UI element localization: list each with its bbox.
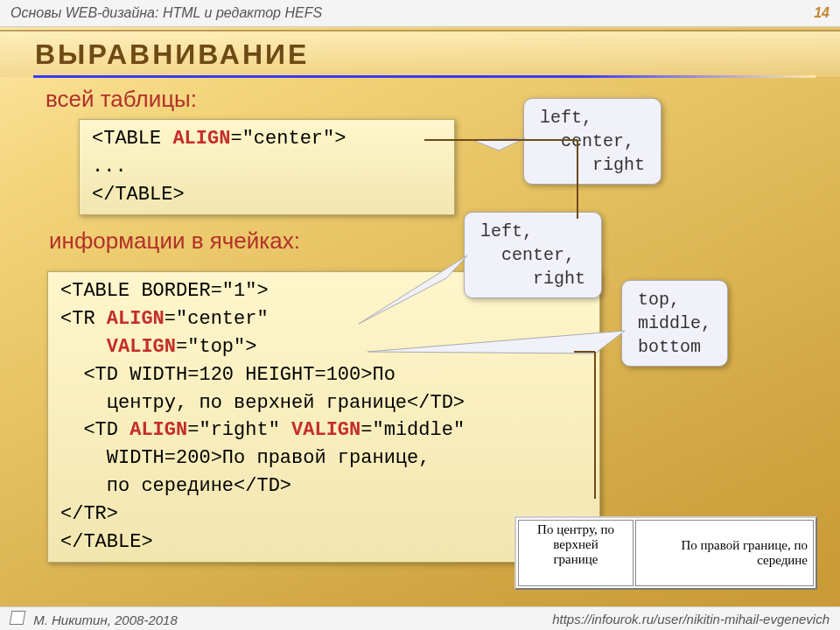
callout-align-cell: left, center, right (464, 212, 602, 298)
code-text: </TR> (60, 503, 118, 525)
code-text: WIDTH=200>По правой границе, (60, 447, 430, 469)
code-text: ="top"> (176, 336, 256, 358)
footer-url: https://infourok.ru/user/nikitin-mihail-… (552, 612, 830, 626)
code-keyword: VALIGN (107, 336, 176, 358)
code-keyword: ALIGN (107, 308, 164, 330)
page-number: 14 (814, 5, 830, 21)
slide: Основы WEB-дизайна: HTML и редактор HEFS… (0, 0, 840, 630)
code-text: <TABLE (92, 128, 172, 150)
footer-author: М. Никитин, 2008-2018 (10, 611, 178, 627)
code-text (60, 336, 107, 358)
doc-icon (10, 611, 26, 625)
code-text: </TABLE> (92, 184, 185, 206)
code-block-1: <TABLE ALIGN="center"> ... </TABLE> (79, 119, 455, 215)
code-text: <TD (60, 419, 130, 441)
footer-bar: М. Никитин, 2008-2018 https://infourok.r… (0, 606, 840, 630)
callout-align-table: left, center, right (523, 98, 662, 185)
demo-cell-1: По центру, по верхней границе (518, 520, 634, 586)
code-text: ="center"> (230, 128, 346, 150)
code-text: центру, по верхней границе</TD> (60, 392, 465, 414)
code-keyword: ALIGN (130, 419, 187, 441)
code-text: <TR (60, 308, 107, 330)
subtitle-cells: информации в ячейках: (49, 228, 300, 255)
code-text: </TABLE> (60, 531, 153, 553)
code-text: <TD WIDTH=120 HEIGHT=100>По (60, 364, 396, 386)
demo-table: По центру, по верхней границе По правой … (514, 516, 817, 590)
code-text: ="middle" (360, 419, 465, 441)
code-text: по середине</TD> (60, 475, 291, 497)
subject: Основы WEB-дизайна: HTML и редактор HEFS (10, 5, 322, 21)
title-underline (33, 75, 816, 78)
author-text: М. Никитин, 2008-2018 (33, 612, 178, 627)
subtitle-table: всей таблицы: (46, 86, 197, 113)
svg-marker-0 (472, 138, 525, 150)
code-text: ="center" (164, 308, 269, 330)
callout-valign: top, middle, bottom (621, 280, 728, 367)
code-keyword: ALIGN (172, 128, 230, 150)
slide-title: Выравнивание (35, 38, 309, 71)
header-bar: Основы WEB-дизайна: HTML и редактор HEFS… (0, 0, 840, 27)
code-text: ="right" (187, 419, 291, 441)
demo-cell-2: По правой границе, по середине (635, 520, 814, 586)
code-text: <TABLE BORDER="1"> (60, 280, 269, 302)
code-text: ... (92, 156, 127, 178)
code-keyword: VALIGN (291, 419, 360, 441)
title-bar: Выравнивание (0, 30, 840, 77)
